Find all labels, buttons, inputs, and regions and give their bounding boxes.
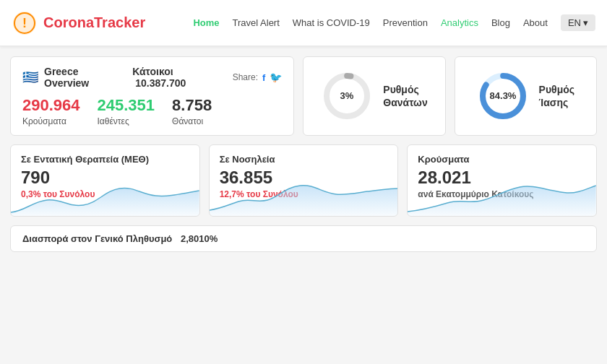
lang-label: EN xyxy=(568,17,581,28)
stat-deaths-value: 8.758 xyxy=(172,96,212,115)
donut-recovery-rate-card: 84.3% Ρυθμός Ίασης xyxy=(455,56,597,136)
stats-row: 290.964 Κρούσματα 245.351 Ιαθέντες 8.758… xyxy=(22,96,282,126)
nav-analytics[interactable]: Analytics xyxy=(441,14,478,31)
stat-deaths: 8.758 Θάνατοι xyxy=(172,96,212,126)
donut-death-rate-chart: 3% xyxy=(321,70,373,122)
donut-recovery-rate-line1: Ρυθμός xyxy=(539,83,574,96)
logo-corona: Corona xyxy=(43,14,94,30)
dispersion-value: 2,8010% xyxy=(181,233,218,244)
overview-title: Greece Overview xyxy=(44,66,124,89)
greece-flag: 🇬🇷 xyxy=(22,69,38,85)
share-label: Share: xyxy=(233,72,258,82)
hosp-sparkline xyxy=(210,180,398,216)
overview-header: 🇬🇷 Greece Overview Κάτοικοι 10.387.700 S… xyxy=(22,66,282,89)
cpm-sparkline xyxy=(408,180,596,216)
donut-recovery-rate-chart: 84.3% xyxy=(477,70,529,122)
stat-recovered-value: 245.351 xyxy=(98,96,155,115)
logo-tracker: Tracker xyxy=(94,14,145,30)
metric-icu-title: Σε Εντατική Θεραπεία (ΜΕΘ) xyxy=(21,154,189,165)
metric-cases-per-million-card: Κρούσματα 28.021 ανά Εκατομμύριο Κατοίκο… xyxy=(407,144,597,217)
main-content: 🇬🇷 Greece Overview Κάτοικοι 10.387.700 S… xyxy=(0,46,607,259)
svg-text:!: ! xyxy=(22,16,27,30)
nav-blog[interactable]: Blog xyxy=(491,14,510,31)
chevron-down-icon: ▾ xyxy=(583,17,588,28)
nav-travel-alert[interactable]: Travel Alert xyxy=(233,14,280,31)
donut-death-rate-line1: Ρυθμός xyxy=(383,83,427,96)
metric-icu-card: Σε Εντατική Θεραπεία (ΜΕΘ) 790 0,3% του … xyxy=(10,144,200,217)
donut-recovery-rate-line2: Ίασης xyxy=(539,96,574,109)
share-facebook[interactable]: f xyxy=(262,72,265,83)
stat-deaths-label: Θάνατοι xyxy=(172,116,203,126)
logo-area: ! CoronaTracker xyxy=(12,10,145,36)
lang-button[interactable]: EN ▾ xyxy=(561,14,595,31)
metric-hospitalized-card: Σε Νοσηλεία 36.855 12,7% του Συνόλου xyxy=(209,144,399,217)
metric-cpm-title: Κρούσματα xyxy=(418,154,586,165)
nav-home[interactable]: Home xyxy=(193,14,219,31)
stat-recovered-label: Ιαθέντες xyxy=(98,116,129,126)
row1: 🇬🇷 Greece Overview Κάτοικοι 10.387.700 S… xyxy=(10,56,597,136)
nav-covid19[interactable]: What is COVID-19 xyxy=(293,14,370,31)
share-twitter[interactable]: 🐦 xyxy=(270,72,282,83)
donut-death-rate-card: 3% Ρυθμός Θανάτων xyxy=(303,56,445,136)
population-value: 10.387.700 xyxy=(135,77,186,89)
dispersion-label: Διασπορά στον Γενικό Πληθυσμό xyxy=(22,233,172,244)
icu-sparkline xyxy=(11,180,199,216)
svg-text:3%: 3% xyxy=(340,90,354,101)
donut-recovery-rate-label: Ρυθμός Ίασης xyxy=(539,83,574,109)
nav-prevention[interactable]: Prevention xyxy=(383,14,428,31)
logo-text: CoronaTracker xyxy=(43,14,145,31)
share-area: Share: f 🐦 xyxy=(233,72,283,83)
svg-text:84.3%: 84.3% xyxy=(489,90,516,101)
stat-cases-value: 290.964 xyxy=(22,96,80,115)
logo-icon: ! xyxy=(12,10,38,36)
header: ! CoronaTracker Home Travel Alert What i… xyxy=(0,0,607,46)
population-label: Κάτοικοι xyxy=(132,66,173,77)
population: Κάτοικοι 10.387.700 xyxy=(132,66,226,89)
stat-cases-label: Κρούσματα xyxy=(22,116,66,126)
donut-death-rate-label: Ρυθμός Θανάτων xyxy=(383,83,427,109)
nav-about[interactable]: About xyxy=(523,14,548,31)
footer-row: Διασπορά στον Γενικό Πληθυσμό 2,8010% xyxy=(10,225,597,252)
donut-death-rate-line2: Θανάτων xyxy=(383,96,427,109)
stat-recovered: 245.351 Ιαθέντες xyxy=(98,96,155,126)
nav: Home Travel Alert What is COVID-19 Preve… xyxy=(193,14,595,31)
overview-card: 🇬🇷 Greece Overview Κάτοικοι 10.387.700 S… xyxy=(10,56,294,136)
metric-hosp-title: Σε Νοσηλεία xyxy=(220,154,388,165)
row2: Σε Εντατική Θεραπεία (ΜΕΘ) 790 0,3% του … xyxy=(10,144,597,217)
stat-cases: 290.964 Κρούσματα xyxy=(22,96,80,126)
